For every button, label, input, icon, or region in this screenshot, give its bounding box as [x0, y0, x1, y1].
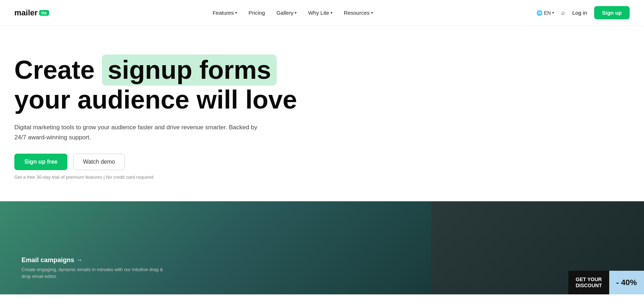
discount-percent-label: - 40% [609, 271, 644, 294]
hero-title: Create signup forms your audience will l… [14, 54, 308, 114]
campaigns-section: Email campaigns → Create engaging, dynam… [22, 246, 410, 280]
watch-demo-button[interactable]: Watch demo [73, 154, 124, 170]
logo-badge: lite [39, 10, 49, 16]
discount-row: GET YOUR DISCOUNT - 40% [568, 271, 644, 294]
search-button[interactable]: ⌕ [561, 9, 565, 16]
nav-why-lite[interactable]: Why Lite ▾ [308, 10, 332, 16]
hero-cta: Sign up free Watch demo [14, 154, 308, 170]
hero-content: Create signup forms your audience will l… [0, 26, 323, 201]
navigation: mailer lite Features ▾ Pricing Gallery ▾… [0, 0, 644, 26]
globe-icon: 🌐 [536, 10, 543, 16]
chevron-down-icon: ▾ [371, 11, 373, 15]
discount-get-label: GET YOUR DISCOUNT [568, 271, 609, 294]
nav-pricing[interactable]: Pricing [248, 10, 265, 16]
hero-section: Create signup forms your audience will l… [0, 26, 644, 201]
search-icon: ⌕ [561, 9, 565, 16]
nav-features[interactable]: Features ▾ [213, 10, 237, 16]
logo-text: mailer [14, 8, 38, 18]
nav-resources[interactable]: Resources ▾ [344, 10, 373, 16]
campaigns-title: Email campaigns → [22, 256, 410, 264]
nav-links: Features ▾ Pricing Gallery ▾ Why Lite ▾ … [213, 10, 373, 16]
chevron-down-icon: ▾ [295, 11, 297, 15]
chevron-down-icon: ▾ [235, 11, 237, 15]
nav-right: 🌐 EN ▾ ⌕ Log in Sign up [536, 6, 630, 19]
signup-button[interactable]: Sign up [594, 6, 630, 19]
bottom-section: Email campaigns → Create engaging, dynam… [0, 201, 644, 294]
hero-subtitle: Digital marketing tools to grow your aud… [14, 122, 258, 142]
signup-free-button[interactable]: Sign up free [14, 154, 67, 170]
chevron-down-icon: ▾ [331, 11, 332, 15]
login-button[interactable]: Log in [572, 10, 587, 16]
logo[interactable]: mailer lite [14, 8, 49, 18]
nav-gallery[interactable]: Gallery ▾ [276, 10, 297, 16]
hero-highlight: signup forms [102, 54, 277, 86]
campaigns-desc: Create engaging, dynamic emails in minut… [22, 266, 165, 280]
language-selector[interactable]: 🌐 EN ▾ [536, 10, 554, 16]
chevron-down-icon: ▾ [552, 11, 554, 15]
hero-note: Get a free 30-day trial of premium featu… [14, 174, 308, 180]
green-panel: Email campaigns → Create engaging, dynam… [0, 201, 431, 294]
dark-panel: GET YOUR DISCOUNT - 40% [431, 201, 644, 294]
